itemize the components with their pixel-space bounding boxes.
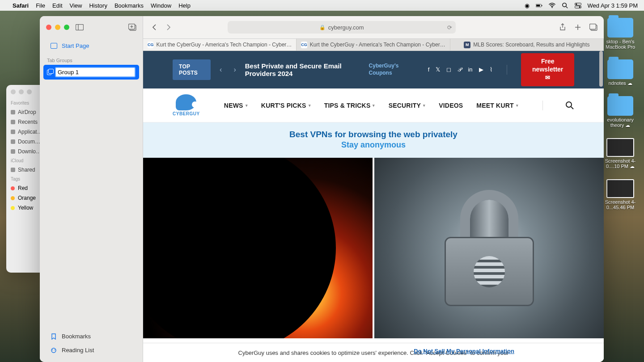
nav-kurts-picks[interactable]: KURT'S PICKS▾ bbox=[261, 102, 311, 109]
control-center-icon[interactable] bbox=[575, 2, 581, 9]
top-posts-prev[interactable]: ‹ bbox=[217, 66, 225, 74]
top-posts-next[interactable]: › bbox=[231, 66, 238, 74]
facebook-icon[interactable]: f bbox=[428, 66, 430, 73]
pinterest-icon[interactable]: 𝒫 bbox=[458, 66, 462, 73]
desktop-folder[interactable]: ndnotes ☁︎ bbox=[600, 59, 640, 86]
top-posts-badge: TOP POSTS bbox=[173, 59, 211, 80]
start-page-icon bbox=[51, 43, 57, 49]
browser-tab[interactable]: CGKurt the CyberGuy - America's Tech Cha… bbox=[143, 39, 297, 51]
promo-banner[interactable]: Best VPNs for browsing the web privately… bbox=[143, 122, 604, 158]
finder-item[interactable]: Shared bbox=[6, 165, 40, 175]
rss-icon[interactable]: ⌇ bbox=[490, 66, 492, 73]
finder-item[interactable]: AirDrop bbox=[6, 107, 40, 117]
x-icon[interactable]: 𝕏 bbox=[436, 66, 440, 73]
safari-toolbar: 🔒 cyberguy.com ⟳ bbox=[143, 16, 604, 38]
spotlight-icon[interactable] bbox=[562, 2, 568, 9]
envelope-icon: ✉ bbox=[529, 74, 566, 81]
tab-strip: CGKurt the CyberGuy - America's Tech Cha… bbox=[143, 38, 604, 51]
sidebar-toggle-icon[interactable] bbox=[76, 24, 84, 30]
svg-rect-1 bbox=[536, 4, 540, 6]
top-posts-headline[interactable]: Best Private and Secure Email Providers … bbox=[245, 62, 363, 77]
hero-article-security[interactable] bbox=[374, 158, 604, 338]
svg-line-5 bbox=[566, 6, 568, 8]
battery-icon[interactable] bbox=[536, 2, 542, 9]
safari-main: 🔒 cyberguy.com ⟳ CGKurt the CyberGuy - A… bbox=[143, 16, 604, 362]
site-logo[interactable]: CYBERGUY bbox=[173, 94, 200, 116]
address-text: cyberguy.com bbox=[328, 24, 364, 31]
nav-security[interactable]: SECURITY▾ bbox=[389, 102, 426, 109]
browser-tab[interactable]: CGKurt the CyberGuy - America's Tech Cha… bbox=[297, 39, 450, 51]
menu-help[interactable]: Help bbox=[178, 2, 191, 9]
menu-edit[interactable]: Edit bbox=[52, 2, 62, 9]
sidebar-start-page[interactable]: Start Page bbox=[43, 39, 139, 52]
app-name[interactable]: Safari bbox=[13, 2, 29, 9]
share-icon[interactable] bbox=[559, 23, 566, 31]
menu-bookmarks[interactable]: Bookmarks bbox=[114, 2, 144, 9]
tab-group-row[interactable] bbox=[43, 65, 139, 80]
nav-tips[interactable]: TIPS & TRICKS▾ bbox=[324, 102, 375, 109]
newsletter-button[interactable]: Free newsletter✉ bbox=[521, 53, 574, 86]
menu-window[interactable]: Window bbox=[151, 2, 171, 9]
nav-videos[interactable]: VIDEOS bbox=[439, 102, 463, 109]
safari-window: Start Page Tab Groups Bookmarks Reading … bbox=[40, 16, 604, 362]
browser-tab[interactable]: MMLB Scores: Scoreboard, Results and Hig… bbox=[450, 39, 604, 51]
logo-text: CYBERGUY bbox=[173, 111, 200, 116]
new-tab-group-icon[interactable] bbox=[128, 24, 136, 31]
grammarly-icon[interactable]: ◉ bbox=[525, 2, 530, 9]
menu-history[interactable]: History bbox=[89, 2, 107, 9]
desktop-icons: sktop - Ben's MacBook Pro ndnotes ☁︎ evo… bbox=[600, 18, 640, 210]
forward-button[interactable] bbox=[164, 22, 174, 33]
nav-meet-kurt[interactable]: MEET KURT▾ bbox=[476, 102, 518, 109]
finder-tag-red[interactable]: Red bbox=[6, 183, 40, 193]
sidebar-bookmarks[interactable]: Bookmarks bbox=[43, 330, 139, 343]
reload-icon[interactable]: ⟳ bbox=[447, 24, 452, 31]
social-links: f 𝕏 ◻ 𝒫 in ▶ ⌇ bbox=[428, 66, 492, 73]
do-not-sell-link[interactable]: Do Not Sell My Personal Information bbox=[414, 348, 514, 354]
svg-point-18 bbox=[55, 349, 55, 350]
reading-list-icon bbox=[51, 347, 57, 353]
finder-tag-orange[interactable]: Orange bbox=[6, 193, 40, 203]
lock-icon: 🔒 bbox=[319, 25, 326, 30]
desktop-folder[interactable]: sktop - Ben's MacBook Pro bbox=[600, 18, 640, 50]
menubar-clock[interactable]: Wed Apr 3 1:59 PM bbox=[588, 2, 638, 9]
finder-item[interactable]: Applicat… bbox=[6, 127, 40, 137]
chevron-down-icon: ▾ bbox=[516, 103, 518, 108]
hero-article-eclipse[interactable] bbox=[143, 158, 373, 338]
finder-tag-yellow[interactable]: Yellow bbox=[6, 203, 40, 213]
finder-item[interactable]: Downlo… bbox=[6, 147, 40, 156]
finder-item[interactable]: Docum… bbox=[6, 137, 40, 147]
cookie-banner: CyberGuy uses and shares cookies to opti… bbox=[143, 343, 604, 362]
tab-group-name-input[interactable] bbox=[55, 67, 136, 77]
desktop-screenshot[interactable]: Screenshot 4-0....10 PM ☁︎ bbox=[600, 138, 640, 169]
coupons-link[interactable]: CyberGuy's Coupons bbox=[369, 63, 413, 76]
back-button[interactable] bbox=[149, 22, 159, 33]
desktop-screenshot[interactable]: Screenshot 4-0...45.46 PM bbox=[600, 179, 640, 210]
divider bbox=[507, 65, 507, 75]
mac-menubar: Safari File Edit View History Bookmarks … bbox=[0, 0, 644, 11]
new-tab-icon[interactable] bbox=[574, 24, 581, 31]
traffic-lights-inactive bbox=[6, 85, 40, 99]
svg-point-3 bbox=[551, 7, 552, 8]
menu-file[interactable]: File bbox=[36, 2, 45, 9]
nav-news[interactable]: NEWS▾ bbox=[224, 102, 248, 109]
address-bar[interactable]: 🔒 cyberguy.com ⟳ bbox=[228, 21, 456, 34]
menu-view[interactable]: View bbox=[70, 2, 82, 9]
desktop-folder[interactable]: evolutionary theory ☁︎ bbox=[600, 96, 640, 128]
finder-section-tags: Tags bbox=[6, 175, 40, 183]
favicon: M bbox=[464, 42, 470, 48]
youtube-icon[interactable]: ▶ bbox=[479, 66, 483, 73]
banner-line1: Best VPNs for browsing the web privately bbox=[143, 130, 604, 139]
search-icon[interactable] bbox=[565, 101, 574, 110]
favicon: CG bbox=[301, 42, 307, 48]
linkedin-icon[interactable]: in bbox=[468, 66, 472, 73]
finder-item[interactable]: Recents bbox=[6, 117, 40, 127]
instagram-icon[interactable]: ◻ bbox=[446, 66, 451, 73]
tab-overview-icon[interactable] bbox=[589, 24, 597, 31]
logo-mark bbox=[176, 94, 196, 110]
traffic-lights[interactable] bbox=[46, 25, 69, 30]
sidebar-reading-list[interactable]: Reading List bbox=[43, 344, 139, 357]
bookmark-icon bbox=[51, 333, 57, 339]
svg-point-23 bbox=[566, 102, 572, 107]
wifi-icon[interactable] bbox=[549, 2, 555, 9]
svg-point-4 bbox=[562, 3, 566, 6]
